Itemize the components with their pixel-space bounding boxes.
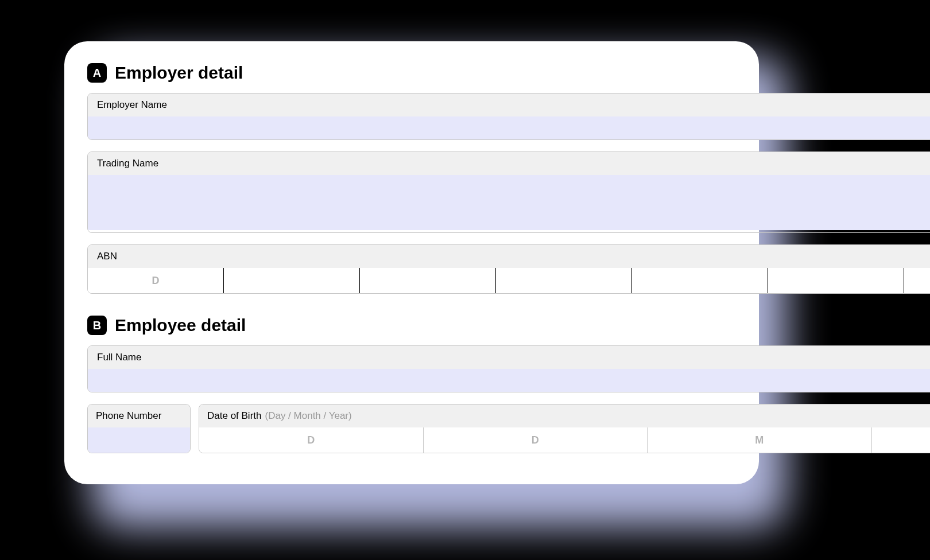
dob-cell-3[interactable] — [872, 427, 931, 453]
phone-label: Phone Number — [88, 405, 190, 427]
abn-field: ABN — [87, 244, 930, 294]
abn-cell-5[interactable] — [768, 268, 904, 293]
dob-cell-1[interactable] — [424, 427, 648, 453]
trading-name-field: Trading Name — [87, 151, 930, 233]
full-name-label: Full Name — [88, 346, 930, 369]
section-a-badge: A — [87, 63, 107, 83]
section-b-header: B Employee detail — [87, 316, 930, 335]
dob-cell-0[interactable] — [199, 427, 424, 453]
dob-cell-2[interactable] — [648, 427, 872, 453]
section-b-badge: B — [87, 316, 107, 335]
abn-cell-6[interactable] — [904, 268, 930, 293]
abn-cell-4[interactable] — [632, 268, 768, 293]
full-name-input[interactable] — [88, 369, 930, 392]
abn-label: ABN — [88, 245, 930, 268]
dob-field: Date of Birth (Day / Month / Year) — [199, 404, 930, 453]
abn-cell-0[interactable] — [88, 268, 224, 293]
section-a-header: A Employer detail — [87, 63, 930, 83]
employer-name-input[interactable] — [88, 116, 930, 139]
dob-hint: (Day / Month / Year) — [265, 410, 352, 422]
phone-input[interactable] — [88, 427, 190, 453]
employer-name-label: Employer Name — [88, 94, 930, 116]
section-a-title: Employer detail — [115, 63, 243, 83]
abn-cell-3[interactable] — [496, 268, 632, 293]
abn-cell-2[interactable] — [360, 268, 496, 293]
form-card: A Employer detail Employer Name Trading … — [64, 41, 759, 484]
section-b-title: Employee detail — [115, 316, 246, 335]
trading-name-label: Trading Name — [88, 152, 930, 175]
trading-name-input[interactable] — [88, 175, 930, 230]
abn-cell-1[interactable] — [224, 268, 360, 293]
dob-label: Date of Birth — [207, 410, 262, 422]
full-name-field: Full Name — [87, 345, 930, 392]
phone-field: Phone Number — [87, 404, 191, 453]
employer-name-field: Employer Name — [87, 93, 930, 140]
